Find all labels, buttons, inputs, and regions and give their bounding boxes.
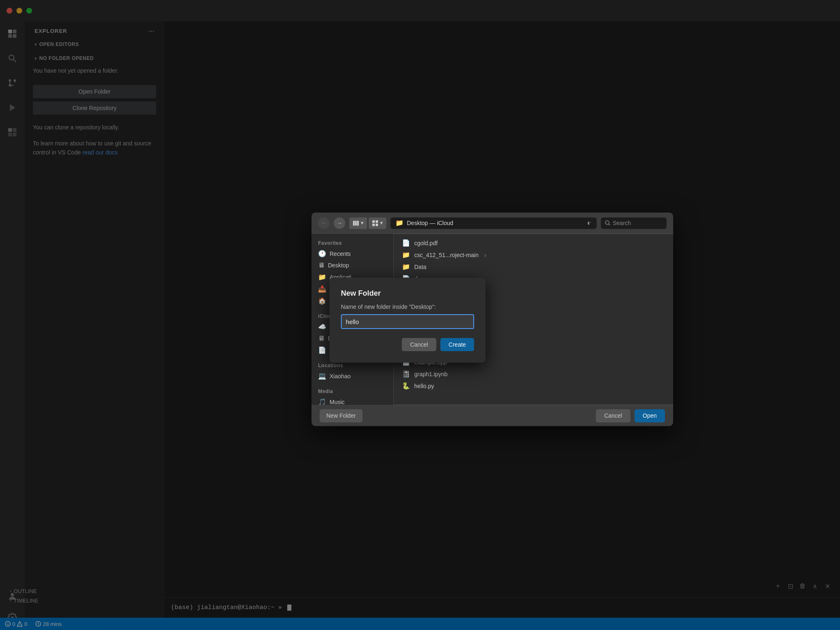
pdf-file-icon: 📄 <box>402 239 410 247</box>
new-folder-buttons: Cancel Create <box>341 338 474 351</box>
data-folder-icon: 📁 <box>402 263 410 271</box>
folder-icon: 📁 <box>395 219 404 227</box>
notebook-file-icon: 📓 <box>402 370 410 378</box>
downloads-icon: 📥 <box>318 285 326 293</box>
columns-arrow: ▾ <box>361 220 364 226</box>
view-buttons: ▾ ▾ <box>349 217 386 229</box>
new-folder-button[interactable]: New Folder <box>320 409 362 422</box>
search-icon <box>605 220 610 225</box>
svg-rect-20 <box>353 221 355 225</box>
svg-point-27 <box>605 221 609 224</box>
new-folder-create-button[interactable]: Create <box>441 338 474 351</box>
documents-icon: 📄 <box>318 346 326 354</box>
recents-icon: 🕐 <box>318 250 326 258</box>
file-item-data[interactable]: 📁 Data <box>394 261 673 273</box>
file-dialog-open-button[interactable]: Open <box>635 409 665 422</box>
svg-rect-24 <box>376 220 378 223</box>
columns-icon <box>353 220 359 226</box>
view-columns-button[interactable]: ▾ <box>349 217 367 229</box>
file-dialog-footer: New Folder Cancel Open <box>312 405 673 426</box>
grid-arrow: ▾ <box>380 220 383 226</box>
path-refresh-icon <box>587 221 592 225</box>
new-folder-input[interactable] <box>341 314 474 329</box>
applications-icon: 📁 <box>318 273 326 281</box>
sidebar-item-music[interactable]: 🎵 Music <box>312 396 393 405</box>
svg-rect-21 <box>355 221 357 225</box>
new-folder-label: Name of new folder inside "Desktop": <box>341 304 474 310</box>
new-folder-dialog: New Folder Name of new folder inside "De… <box>330 278 486 363</box>
svg-rect-22 <box>357 221 359 225</box>
new-folder-title: New Folder <box>341 289 474 298</box>
music-icon: 🎵 <box>318 398 326 405</box>
search-bar[interactable]: Search <box>601 217 667 229</box>
new-folder-cancel-button[interactable]: Cancel <box>402 338 436 351</box>
footer-buttons: Cancel Open <box>596 409 665 422</box>
favorites-title: Favorites <box>312 239 393 248</box>
svg-rect-26 <box>376 223 378 226</box>
grid-icon <box>372 220 378 226</box>
svg-rect-25 <box>372 223 375 226</box>
home-icon: 🏠 <box>318 297 326 305</box>
desktop-fav-icon: 🖥 <box>318 262 325 269</box>
file-item-graph1-ipynb[interactable]: 📓 graph1.ipynb <box>394 368 673 380</box>
desktop-icloud-icon: 🖥 <box>318 335 325 342</box>
file-item-csc412[interactable]: 📁 csc_412_51...roject-main › <box>394 249 673 261</box>
sidebar-item-xiaohao[interactable]: 💻 Xiaohao <box>312 370 393 382</box>
icloud-drive-icon: ☁️ <box>318 323 326 331</box>
csc412-folder-icon: 📁 <box>402 251 410 259</box>
folder-arrow-icon: › <box>484 252 486 258</box>
file-dialog-cancel-button[interactable]: Cancel <box>596 409 630 422</box>
file-dialog-toolbar: ← → ▾ ▾ <box>312 212 673 234</box>
file-item-hello-py[interactable]: 🐍 hello.py <box>394 380 673 392</box>
sidebar-item-recents[interactable]: 🕐 Recents <box>312 248 393 260</box>
xiaohao-icon: 💻 <box>318 372 326 380</box>
py-file-icon: 🐍 <box>402 382 410 390</box>
svg-line-28 <box>609 224 610 225</box>
file-item-cgold[interactable]: 📄 cgold.pdf <box>394 237 673 249</box>
sidebar-item-desktop-fav[interactable]: 🖥 Desktop <box>312 260 393 271</box>
media-title: Media <box>312 387 393 396</box>
forward-button[interactable]: → <box>334 217 345 229</box>
locations-section: Locations 💻 Xiaohao <box>312 361 393 382</box>
svg-rect-23 <box>372 220 375 223</box>
path-bar[interactable]: 📁 Desktop — iCloud <box>390 217 597 229</box>
back-button[interactable]: ← <box>318 217 330 229</box>
view-grid-button[interactable]: ▾ <box>369 217 386 229</box>
media-section: Media 🎵 Music <box>312 387 393 405</box>
